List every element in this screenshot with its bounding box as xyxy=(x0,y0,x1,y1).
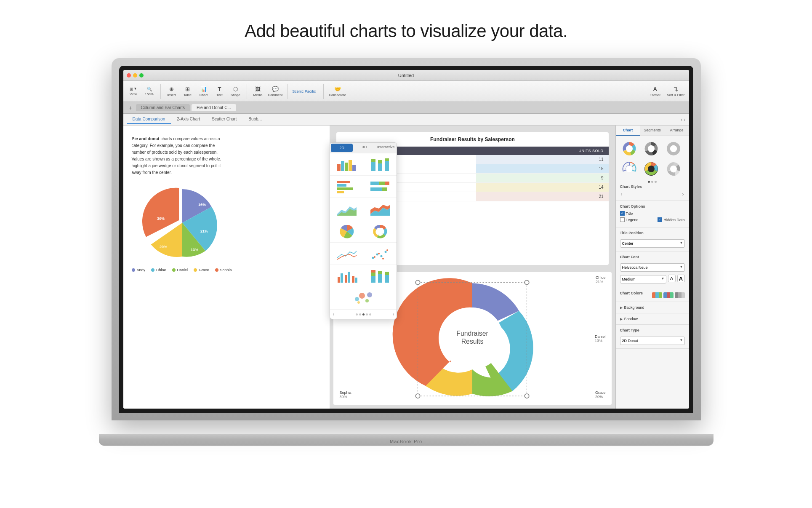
shadow-expand[interactable]: ▶ Shadow xyxy=(620,317,685,321)
style-colorful[interactable] xyxy=(620,139,639,158)
style-dark2[interactable] xyxy=(642,160,660,178)
panel-tab-chart[interactable]: Chart xyxy=(616,126,640,136)
svg-rect-36 xyxy=(371,276,375,283)
chart-colors-section: Chart Colors xyxy=(616,287,689,302)
style-gray[interactable] xyxy=(664,160,683,178)
svg-rect-19 xyxy=(382,187,387,191)
cp-dot[interactable] xyxy=(369,313,371,315)
prev-arrow[interactable]: ‹ xyxy=(621,191,623,197)
toolbar-chart[interactable]: 📊 Chart xyxy=(197,85,210,98)
cp-prev-arrow[interactable]: ‹ xyxy=(333,311,334,317)
cp-area-stacked[interactable] xyxy=(363,198,397,220)
cp-pie[interactable] xyxy=(330,220,363,243)
cp-hbar-grouped[interactable] xyxy=(330,176,363,198)
dot[interactable] xyxy=(651,181,653,183)
handle-bl[interactable] xyxy=(416,394,421,398)
cp-bar-grouped[interactable] xyxy=(330,153,363,176)
cp-dot[interactable] xyxy=(356,313,358,315)
toolbar-collaborate[interactable]: 🤝 Collaborate xyxy=(328,85,347,98)
font-name-select[interactable]: Helvetica Neue xyxy=(620,263,685,272)
panel-tab-arrange[interactable]: Arrange xyxy=(665,126,689,136)
style-outlined[interactable] xyxy=(620,160,639,178)
chart-type-select[interactable]: 2D Donut xyxy=(620,337,685,345)
swatch-alt[interactable] xyxy=(663,292,674,298)
cp-line-scatter[interactable] xyxy=(363,243,397,265)
handle-br[interactable] xyxy=(525,394,530,398)
toolbar-view[interactable]: ⊞ ▼ View xyxy=(127,86,140,97)
svg-rect-5 xyxy=(371,162,375,171)
toolbar-table[interactable]: ⊞ Table xyxy=(181,85,194,98)
background-expand[interactable]: ▶ Background xyxy=(620,305,685,310)
svg-rect-16 xyxy=(379,182,385,185)
svg-point-47 xyxy=(367,292,372,297)
svg-rect-0 xyxy=(337,164,341,171)
toolbar-comment[interactable]: 💬 Comment xyxy=(267,85,284,98)
minimize-button[interactable] xyxy=(133,73,137,78)
toolbar-text[interactable]: T Text xyxy=(213,85,226,98)
handle-tl[interactable] xyxy=(416,280,421,285)
font-increase-btn[interactable]: A xyxy=(677,275,685,282)
close-button[interactable] xyxy=(127,73,131,78)
toolbar-zoom[interactable]: 🔍 150% xyxy=(143,86,156,97)
cp-next-arrow[interactable]: › xyxy=(392,311,394,317)
title-checkbox[interactable]: ✓ Title xyxy=(620,211,633,216)
add-sheet-button[interactable]: + xyxy=(127,104,134,112)
panel-tab-segments[interactable]: Segments xyxy=(640,126,665,136)
cp-dot-active[interactable] xyxy=(362,313,365,315)
chart-options-section: Chart Options ✓ Title xyxy=(616,201,689,227)
title-checkbox-box[interactable]: ✓ xyxy=(620,211,625,216)
cp-area[interactable] xyxy=(330,198,363,220)
cp-bar-grouped2[interactable] xyxy=(330,265,363,287)
cp-bar-stacked2[interactable] xyxy=(363,265,397,287)
title-position-label: Title Position xyxy=(620,231,685,235)
font-size-select[interactable]: Medium xyxy=(620,275,666,283)
cp-tab-3d[interactable]: 3D xyxy=(354,143,375,153)
toolbar-format[interactable]: A Format xyxy=(648,85,662,98)
cp-line[interactable] xyxy=(330,243,363,265)
maximize-button[interactable] xyxy=(139,73,144,78)
style-dark[interactable] xyxy=(642,139,660,158)
cp-bar-stacked[interactable] xyxy=(363,153,397,176)
pie-label-sophia: 30% xyxy=(157,217,165,221)
legend-checkbox[interactable]: Legend xyxy=(620,217,639,222)
legend-checkbox-box[interactable] xyxy=(620,217,625,222)
cp-dot[interactable] xyxy=(359,313,361,315)
sheet-tab-bar: + Column and Bar Charts Pie and Donut C.… xyxy=(123,102,689,114)
swatch-colorful[interactable] xyxy=(652,292,662,298)
chart-font-label: Chart Font xyxy=(620,255,685,259)
dot[interactable] xyxy=(655,181,657,183)
tab-data-comparison[interactable]: Data Comparison xyxy=(127,115,171,124)
toolbar-media[interactable]: 🖼 Media xyxy=(251,85,265,98)
hidden-data-checkbox[interactable]: ✓ Hidden Data xyxy=(658,217,684,222)
svg-rect-39 xyxy=(378,274,382,283)
tab-pie-donut[interactable]: Pie and Donut C... xyxy=(192,104,236,111)
toolbar-insert[interactable]: ⊕ Insert xyxy=(165,85,178,98)
cp-tab-interactive[interactable]: Interactive xyxy=(375,143,397,153)
cp-donut[interactable] xyxy=(363,220,397,243)
chart-tab-arrow[interactable]: ‹ › xyxy=(681,117,685,123)
dot[interactable] xyxy=(648,181,650,183)
next-arrow[interactable]: › xyxy=(682,191,684,197)
cp-hbar-stacked[interactable] xyxy=(363,176,397,198)
toolbar-sort-filter[interactable]: ⇅ Sort & Filter xyxy=(666,85,685,98)
tab-bubble[interactable]: Bubb... xyxy=(242,115,268,124)
tab-scatter-chart[interactable]: Scatter Chart xyxy=(206,115,242,124)
swatch-mono[interactable] xyxy=(675,292,685,298)
traffic-lights xyxy=(127,73,144,78)
title-position-select[interactable]: Center xyxy=(620,239,685,248)
style-mono[interactable] xyxy=(664,139,683,158)
cp-scatter[interactable] xyxy=(330,287,397,310)
svg-rect-33 xyxy=(348,272,350,283)
cp-dot[interactable] xyxy=(366,313,368,315)
tab-2axis-chart[interactable]: 2-Axis Chart xyxy=(171,115,206,124)
cell-value: 15 xyxy=(476,164,609,174)
legend-dot-sophia xyxy=(215,268,218,272)
handle-tr[interactable] xyxy=(525,280,530,285)
tab-column-bar[interactable]: Column and Bar Charts xyxy=(136,104,190,111)
chart-options-label: Chart Options xyxy=(620,204,685,209)
font-size-select-wrapper: Medium ▼ xyxy=(620,273,666,283)
toolbar-shape[interactable]: ⬡ Shape xyxy=(229,85,242,98)
hidden-data-checkbox-box[interactable]: ✓ xyxy=(658,217,662,222)
cp-tab-2d[interactable]: 2D xyxy=(331,144,352,152)
font-decrease-btn[interactable]: A xyxy=(668,275,676,282)
